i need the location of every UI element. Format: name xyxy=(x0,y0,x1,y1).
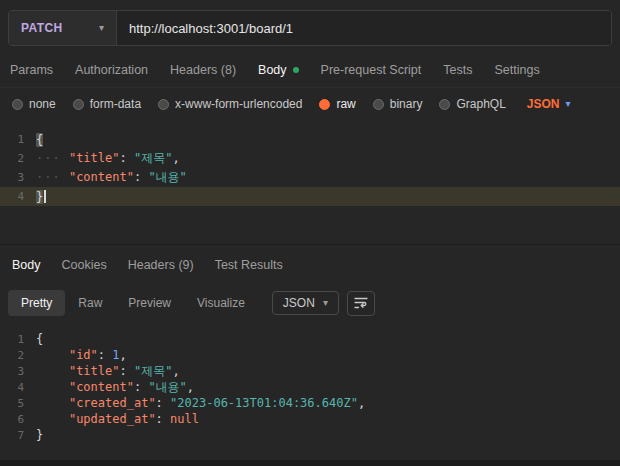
line-number: 4 xyxy=(0,381,36,394)
radio-label: binary xyxy=(390,97,423,111)
radio-icon xyxy=(439,99,450,110)
wrap-text-icon xyxy=(354,297,368,309)
body-type-none[interactable]: none xyxy=(12,97,56,111)
code-text: ··· "title": "제목", xyxy=(36,150,180,167)
tab-body[interactable]: Body xyxy=(258,63,299,77)
raw-language-label: JSON xyxy=(527,97,560,111)
line-number: 2 xyxy=(0,349,36,362)
body-type-row: none form-data x-www-form-urlencoded raw… xyxy=(0,88,620,120)
method-selector[interactable]: PATCH ▾ xyxy=(9,11,117,45)
code-text: } xyxy=(36,428,43,442)
body-has-content-dot xyxy=(293,67,299,73)
api-client-window: PATCH ▾ http://localhost:3001/board/1 Pa… xyxy=(0,0,620,466)
code-line: 6 "updated_at": null xyxy=(0,411,620,427)
code-line: 4} xyxy=(0,187,620,206)
body-type-x-www-form-urlencoded[interactable]: x-www-form-urlencoded xyxy=(158,97,302,111)
radio-selected-icon xyxy=(319,99,330,110)
wrap-text-button[interactable] xyxy=(347,291,375,316)
line-number: 7 xyxy=(0,429,36,442)
line-number: 1 xyxy=(0,133,36,146)
request-body-editor[interactable]: 1{2··· "title": "제목",3··· "content": "내용… xyxy=(0,120,620,244)
chevron-down-icon: ▾ xyxy=(323,298,328,308)
code-line: 1{ xyxy=(0,130,620,149)
code-text: "title": "제목", xyxy=(36,363,180,380)
code-line: 7} xyxy=(0,427,620,443)
radio-icon xyxy=(158,99,169,110)
request-tabs: Params Authorization Headers (8) Body Pr… xyxy=(0,52,620,88)
code-line: 3 "title": "제목", xyxy=(0,363,620,379)
radio-icon xyxy=(73,99,84,110)
line-number: 3 xyxy=(0,365,36,378)
response-tab-test-results[interactable]: Test Results xyxy=(215,258,283,272)
code-text: { xyxy=(36,133,43,147)
line-number: 5 xyxy=(0,397,36,410)
line-number: 2 xyxy=(0,152,36,165)
line-number: 3 xyxy=(0,171,36,184)
code-text: "created_at": "2023-06-13T01:04:36.640Z"… xyxy=(36,396,365,410)
tab-body-label: Body xyxy=(258,63,287,77)
response-tab-cookies[interactable]: Cookies xyxy=(62,258,107,272)
chevron-down-icon: ▾ xyxy=(99,23,104,33)
code-text: ··· "content": "내용" xyxy=(36,169,187,186)
tab-pre-request-script[interactable]: Pre-request Script xyxy=(321,63,422,77)
view-tab-pretty[interactable]: Pretty xyxy=(8,290,65,316)
response-view-bar: Pretty Raw Preview Visualize JSON ▾ xyxy=(0,285,620,321)
view-tab-raw[interactable]: Raw xyxy=(65,290,115,316)
response-body-viewer[interactable]: 1{2 "id": 1,3 "title": "제목",4 "content":… xyxy=(0,321,620,460)
raw-language-selector[interactable]: JSON ▾ xyxy=(527,97,571,111)
tab-params[interactable]: Params xyxy=(10,63,53,77)
response-tabs: Body Cookies Headers (9) Test Results xyxy=(0,245,620,285)
response-tab-headers[interactable]: Headers (9) xyxy=(128,258,194,272)
code-line: 2··· "title": "제목", xyxy=(0,149,620,168)
request-url-bar: PATCH ▾ http://localhost:3001/board/1 xyxy=(8,10,612,46)
tab-headers[interactable]: Headers (8) xyxy=(170,63,236,77)
method-label: PATCH xyxy=(21,21,63,35)
body-type-raw[interactable]: raw xyxy=(319,97,355,111)
code-line: 5 "created_at": "2023-06-13T01:04:36.640… xyxy=(0,395,620,411)
url-input[interactable]: http://localhost:3001/board/1 xyxy=(117,11,611,45)
body-type-form-data[interactable]: form-data xyxy=(73,97,141,111)
code-line: 3··· "content": "내용" xyxy=(0,168,620,187)
view-tab-preview[interactable]: Preview xyxy=(115,290,184,316)
url-text: http://localhost:3001/board/1 xyxy=(129,21,293,36)
code-line: 2 "id": 1, xyxy=(0,347,620,363)
code-text: { xyxy=(36,332,43,346)
radio-label: GraphQL xyxy=(456,97,505,111)
code-text: "updated_at": null xyxy=(36,412,199,426)
line-number: 4 xyxy=(0,190,36,203)
window-bottom-edge xyxy=(0,460,620,466)
radio-label: raw xyxy=(336,97,355,111)
body-type-binary[interactable]: binary xyxy=(373,97,423,111)
code-line: 1{ xyxy=(0,331,620,347)
tab-tests[interactable]: Tests xyxy=(443,63,472,77)
code-text: } xyxy=(36,190,46,204)
text-cursor xyxy=(44,190,46,203)
radio-label: x-www-form-urlencoded xyxy=(175,97,302,111)
line-number: 1 xyxy=(0,333,36,346)
tab-settings[interactable]: Settings xyxy=(494,63,539,77)
tab-authorization[interactable]: Authorization xyxy=(75,63,148,77)
radio-icon xyxy=(12,99,23,110)
body-type-graphql[interactable]: GraphQL xyxy=(439,97,505,111)
radio-label: none xyxy=(29,97,56,111)
radio-label: form-data xyxy=(90,97,141,111)
line-number: 6 xyxy=(0,413,36,426)
code-text: "content": "내용", xyxy=(36,379,194,396)
view-tab-visualize[interactable]: Visualize xyxy=(184,290,258,316)
radio-icon xyxy=(373,99,384,110)
chevron-down-icon: ▾ xyxy=(566,99,571,109)
response-language-label: JSON xyxy=(283,296,315,310)
response-tab-body[interactable]: Body xyxy=(12,258,41,272)
code-line: 4 "content": "내용", xyxy=(0,379,620,395)
code-text: "id": 1, xyxy=(36,348,127,362)
response-language-selector[interactable]: JSON ▾ xyxy=(272,291,339,315)
